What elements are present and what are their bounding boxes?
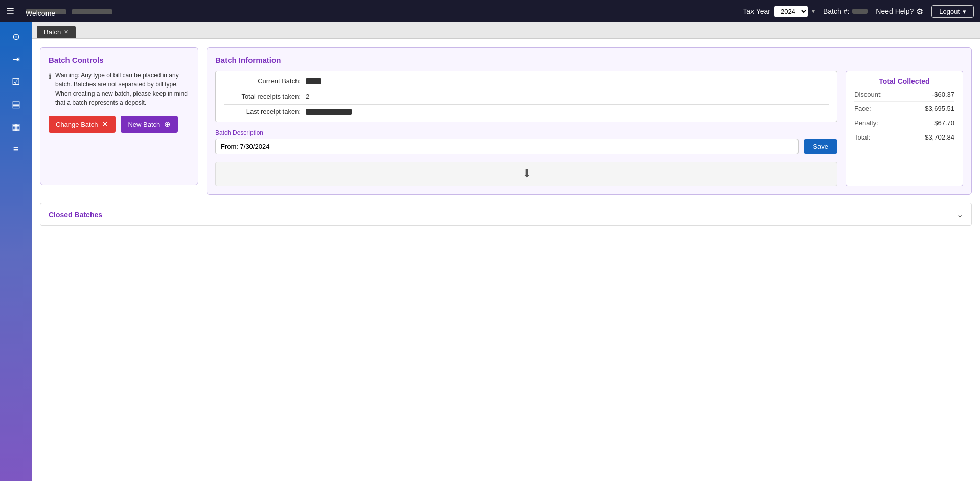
batch-desc-input[interactable] (215, 139, 799, 154)
top-nav: ☰ Welcome Tax Year 2024 2023 2022 2025 ▾… (0, 0, 980, 22)
list-icon: ▤ (12, 99, 20, 110)
current-batch-row: Current Batch: (224, 77, 829, 85)
closed-batches-title: Closed Batches (49, 211, 102, 219)
sidebar-item-list[interactable]: ▤ (4, 94, 28, 114)
checklist-icon: ☑ (12, 76, 20, 87)
welcome-text: Welcome (22, 7, 735, 15)
content-area: Batch Controls ℹ Warning: Any type of bi… (32, 39, 980, 234)
new-batch-label: New Batch (128, 121, 160, 128)
last-receipt-row: Last receipt taken: (224, 108, 829, 116)
total-amount-row: Total: $3,702.84 (854, 133, 954, 144)
sidebar: ⊙ ⇥ ☑ ▤ ▦ ≡ (0, 22, 32, 481)
need-help-label: Need Help? (876, 7, 914, 15)
change-batch-button[interactable]: Change Batch ✕ (49, 116, 116, 133)
total-receipts-value: 2 (306, 93, 347, 100)
batch-info-card: Batch Information Current Batch: Total r… (207, 47, 972, 195)
closed-batches-section: Closed Batches ⌄ (40, 203, 972, 226)
sidebar-item-camera[interactable]: ⊙ (4, 27, 28, 47)
discount-label: Discount: (854, 90, 882, 98)
penalty-value: $67.70 (934, 119, 954, 127)
batch-desc-row: Save (215, 139, 837, 154)
batch-number-label: Batch #: (823, 7, 849, 15)
total-collected-title: Total Collected (854, 77, 954, 85)
total-receipts-row: Total receipts taken: 2 (224, 93, 829, 100)
need-help-section: Need Help? ⚙ (876, 7, 923, 16)
menu-list-icon: ≡ (13, 144, 19, 155)
batch-description-section: Batch Description Save (215, 129, 837, 154)
main-content: Batch ✕ Batch Controls ℹ Warning: Any ty… (32, 22, 980, 481)
new-batch-icon: ⊕ (164, 120, 171, 129)
batch-controls-card: Batch Controls ℹ Warning: Any type of bi… (40, 47, 198, 185)
batch-number-value (852, 9, 868, 14)
logout-button[interactable]: Logout ▾ (931, 5, 974, 18)
change-batch-icon: ✕ (102, 120, 108, 129)
face-value: $3,695.51 (925, 105, 954, 112)
closed-batches-header[interactable]: Closed Batches ⌄ (40, 203, 971, 225)
discount-value: -$60.37 (932, 90, 954, 98)
batch-tab[interactable]: Batch ✕ (37, 26, 76, 38)
grid-icon: ▦ (12, 121, 20, 132)
sidebar-item-grid[interactable]: ▦ (4, 117, 28, 137)
info-icon: ℹ (49, 71, 51, 107)
tab-bar: Batch ✕ (32, 22, 980, 39)
warning-box: ℹ Warning: Any type of bill can be place… (49, 71, 190, 107)
change-batch-label: Change Batch (56, 121, 98, 128)
gear-icon[interactable]: ⚙ (916, 7, 923, 16)
total-value: $3,702.84 (925, 133, 954, 141)
tax-year-section: Tax Year 2024 2023 2022 2025 ▾ (743, 6, 815, 17)
last-receipt-label: Last receipt taken: (224, 108, 306, 116)
discount-row: Discount: -$60.37 (854, 90, 954, 102)
current-batch-label: Current Batch: (224, 77, 306, 85)
batch-controls-title: Batch Controls (49, 56, 190, 64)
last-receipt-value (306, 109, 352, 115)
sidebar-item-menulist[interactable]: ≡ (4, 139, 28, 159)
penalty-label: Penalty: (854, 119, 878, 127)
penalty-row: Penalty: $67.70 (854, 119, 954, 130)
button-row: Change Batch ✕ New Batch ⊕ (49, 116, 190, 133)
face-row: Face: $3,695.51 (854, 105, 954, 116)
tax-year-select[interactable]: 2024 2023 2022 2025 (774, 6, 808, 17)
total-receipts-label: Total receipts taken: (224, 93, 306, 100)
download-icon: ⬇ (522, 167, 531, 180)
total-label: Total: (854, 133, 870, 141)
new-batch-button[interactable]: New Batch ⊕ (121, 116, 178, 133)
tab-close-icon[interactable]: ✕ (64, 29, 69, 35)
batch-info-title: Batch Information (215, 56, 963, 64)
download-bar[interactable]: ⬇ (215, 162, 837, 186)
export-icon: ⇥ (12, 54, 20, 65)
menu-icon[interactable]: ☰ (6, 6, 14, 17)
batch-info-inner: Current Batch: Total receipts taken: 2 L… (215, 71, 963, 186)
batch-desc-label: Batch Description (215, 129, 837, 136)
tax-year-label: Tax Year (743, 7, 770, 15)
sidebar-item-checklist[interactable]: ☑ (4, 72, 28, 92)
save-button[interactable]: Save (804, 139, 837, 154)
face-label: Face: (854, 105, 871, 112)
total-collected-card: Total Collected Discount: -$60.37 Face: … (846, 71, 963, 186)
warning-text: Warning: Any type of bill can be placed … (55, 71, 190, 107)
chevron-down-icon: ⌄ (956, 210, 963, 219)
sidebar-item-export[interactable]: ⇥ (4, 49, 28, 70)
current-batch-value (306, 78, 321, 84)
batch-number-section: Batch #: (823, 7, 868, 15)
cards-row: Batch Controls ℹ Warning: Any type of bi… (40, 47, 972, 195)
camera-icon: ⊙ (12, 31, 20, 42)
batch-fields: Current Batch: Total receipts taken: 2 L… (215, 71, 837, 122)
tab-label: Batch (44, 28, 61, 36)
